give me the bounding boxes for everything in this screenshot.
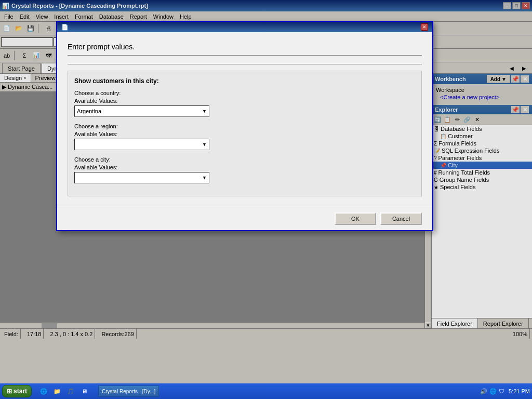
country-value: Argentina [77,108,101,114]
prompt-dialog: 📄 ✕ Enter prompt values. Show customers … [56,21,433,231]
city-section: Choose a city: Available Values: ▼ [74,156,415,183]
ok-button[interactable]: OK [335,212,376,225]
city-dropdown[interactable]: ▼ [74,172,209,183]
dialog-prompt-title: Enter prompt values. [68,43,422,56]
taskbar-folder-icon[interactable]: 📁 [51,386,63,396]
taskbar-show-desktop[interactable]: 🖥 [78,386,90,396]
taskbar-right: 🔊 🌐 🛡 5:21 PM [480,388,530,395]
dialog-close-icon: ✕ [422,24,427,30]
start-button[interactable]: ⊞ start [2,385,32,397]
region-label: Choose a region: [74,123,415,129]
country-available-label: Available Values: [74,98,415,104]
region-available-label: Available Values: [74,131,415,137]
windows-logo: ⊞ [7,388,12,395]
taskbar-media-icon[interactable]: 🎵 [65,386,76,396]
taskbar: ⊞ start 🌐 📁 🎵 🖥 Crystal Reports - [Dy...… [0,383,532,399]
city-dropdown-arrow: ▼ [202,175,207,180]
taskbar-app-label: Crystal Reports - [Dy...] [102,389,155,394]
taskbar-clock: 5:21 PM [509,388,530,394]
region-dropdown[interactable]: ▼ [74,139,209,150]
dialog-title-bar: 📄 ✕ [57,22,432,32]
prompt-group: Show customers in this city: Choose a co… [68,71,422,196]
systray-icon-2[interactable]: 🌐 [489,388,497,395]
region-dropdown-arrow: ▼ [202,142,207,147]
country-dropdown-arrow: ▼ [202,109,207,114]
prompt-group-title: Show customers in this city: [74,77,415,85]
start-label: start [14,388,27,395]
country-label: Choose a country: [74,90,415,96]
dialog-title-icon: 📄 [61,24,69,31]
dialog-body: Enter prompt values. Show customers in t… [57,32,432,207]
dialog-close-button[interactable]: ✕ [421,23,428,31]
dialog-footer: OK Cancel [57,207,432,230]
dialog-separator [68,64,422,64]
region-section: Choose a region: Available Values: ▼ [74,123,415,150]
city-label: Choose a city: [74,156,415,163]
country-section: Choose a country: Available Values: Arge… [74,90,415,117]
cancel-button[interactable]: Cancel [380,212,422,225]
systray-icon-3[interactable]: 🛡 [499,388,504,394]
city-available-label: Available Values: [74,164,415,170]
dialog-overlay: 📄 ✕ Enter prompt values. Show customers … [0,0,532,383]
country-dropdown[interactable]: Argentina ▼ [74,105,209,117]
systray-icon-1[interactable]: 🔊 [480,388,487,395]
taskbar-crystal-reports-btn[interactable]: Crystal Reports - [Dy...] [98,385,159,397]
prompt-title-text: Enter prompt values. [68,43,135,51]
taskbar-ie-icon[interactable]: 🌐 [38,386,49,396]
